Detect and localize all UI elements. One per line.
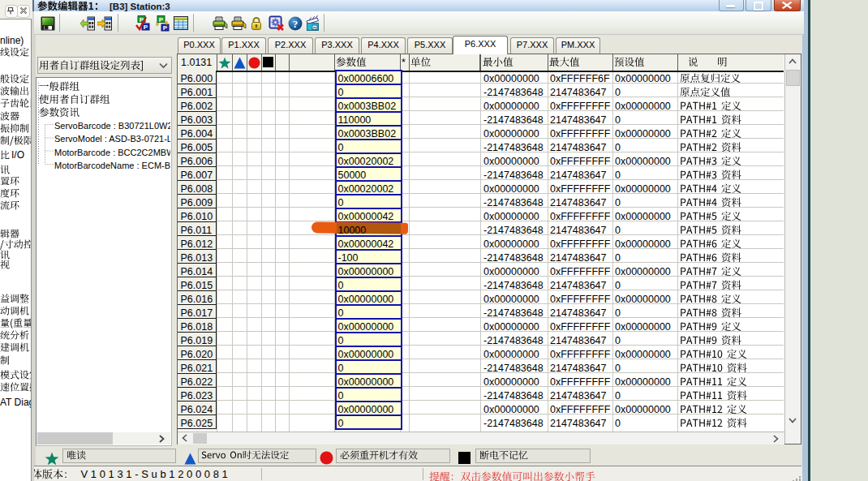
svg-text:P: P: [163, 24, 168, 32]
svg-text:P: P: [144, 24, 148, 31]
svg-text:?: ?: [293, 18, 299, 30]
svg-text:P: P: [159, 16, 164, 24]
